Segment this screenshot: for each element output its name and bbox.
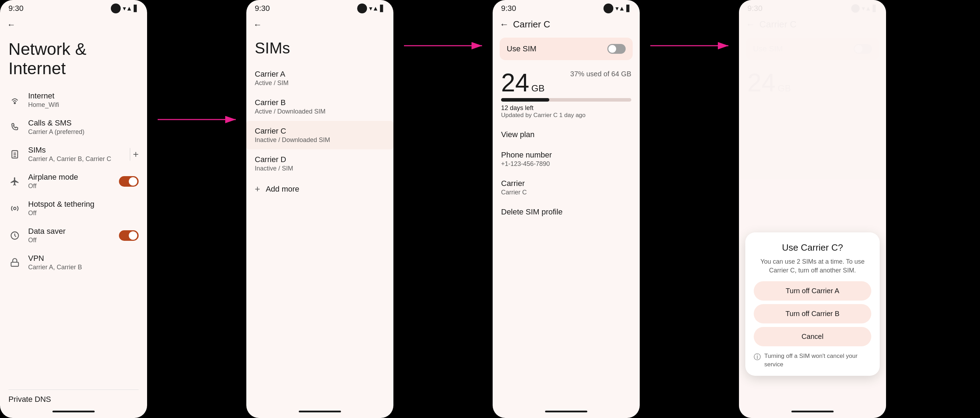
sims-text: SIMs Carrier A, Carrier B, Carrier C	[28, 146, 123, 163]
back-button-2[interactable]: ←	[246, 16, 393, 34]
info-icon: ⓘ	[754, 352, 761, 362]
airplane-label: Airplane mode	[28, 173, 112, 182]
use-sim-toggle[interactable]	[607, 44, 626, 54]
status-icons-2: ▾▲ ▋	[357, 3, 385, 13]
carrier-c-name: Carrier C	[255, 127, 385, 136]
airplane-text: Airplane mode Off	[28, 173, 112, 190]
airplane-toggle[interactable]	[119, 176, 138, 187]
sims-right: +	[130, 148, 138, 161]
status-icons-1: ▾▲ ▋	[111, 3, 138, 13]
back-button-1[interactable]: ←	[0, 16, 147, 34]
camera-icon-2	[357, 3, 367, 13]
status-time-2: 9:30	[255, 4, 270, 13]
menu-item-airplane[interactable]: Airplane mode Off	[0, 168, 147, 195]
separator-3	[640, 0, 739, 418]
wifi-icon	[8, 94, 21, 106]
panel-carrier-c: 9:30 ▾▲ ▋ ← Carrier C Use SIM 24 GB 37% …	[493, 0, 640, 418]
data-days: 12 days left	[501, 104, 631, 112]
camera-icon-3	[603, 3, 613, 13]
page-title-3: Carrier C	[513, 19, 550, 30]
private-dns-label[interactable]: Private DNS	[8, 395, 138, 404]
sim-item-carrier-a[interactable]: Carrier A Active / SIM	[246, 64, 393, 92]
sim-item-carrier-d[interactable]: Carrier D Inactive / SIM	[246, 149, 393, 178]
carrier-d-status: Inactive / SIM	[255, 165, 385, 172]
status-bar-1: 9:30 ▾▲ ▋	[0, 0, 147, 16]
internet-text: Internet Home_Wifi	[28, 92, 138, 109]
data-saver-label: Data saver	[28, 227, 112, 236]
status-bar-2: 9:30 ▾▲ ▋	[246, 0, 393, 16]
page-title-1: Network & Internet	[0, 34, 147, 87]
vpn-text: VPN Carrier A, Carrier B	[28, 254, 138, 271]
data-saver-sub: Off	[28, 237, 112, 244]
panel-dialog: 9:30 ▾▲ ▋ ← Carrier C Use SIM 24 GB	[739, 0, 886, 418]
delete-sim-item[interactable]: Delete SIM profile	[493, 202, 640, 222]
data-saver-icon	[8, 229, 21, 242]
status-icons-3: ▾▲ ▋	[603, 3, 631, 13]
phone-number-value: +1-123-456-7890	[501, 160, 631, 168]
data-number: 24	[501, 70, 529, 95]
phone-icon	[8, 121, 21, 134]
data-percent: 37% used of 64 GB	[570, 70, 631, 78]
add-more-button[interactable]: + Add more	[246, 178, 393, 200]
phone-number-label: Phone number	[501, 150, 631, 160]
carrier-b-name: Carrier B	[255, 98, 385, 107]
separator-1	[147, 0, 246, 418]
menu-item-data-saver[interactable]: Data saver Off	[0, 222, 147, 249]
use-carrier-dialog: Use Carrier C? You can use 2 SIMs at a t…	[745, 233, 880, 376]
svg-point-2	[14, 207, 16, 209]
panel-sims: 9:30 ▾▲ ▋ ← SIMs Carrier A Active / SIM …	[246, 0, 393, 418]
view-plan-label: View plan	[501, 130, 631, 139]
data-section: 24 GB 37% used of 64 GB 12 days left Upd…	[493, 64, 640, 125]
signal-icons-1: ▾▲ ▋	[123, 5, 138, 12]
home-indicator-2	[299, 411, 341, 412]
status-time-1: 9:30	[8, 4, 24, 13]
sims-sub: Carrier A, Carrier B, Carrier C	[28, 155, 123, 163]
add-more-label: Add more	[266, 185, 299, 194]
status-time-3: 9:30	[501, 4, 516, 13]
airplane-icon	[8, 175, 21, 188]
menu-item-hotspot[interactable]: Hotspot & tethering Off	[0, 195, 147, 222]
cell-signal-icon-2: ▋	[380, 5, 385, 12]
add-sim-button[interactable]: +	[133, 149, 138, 160]
page-title-2: SIMs	[246, 34, 393, 64]
data-usage: 24 GB	[501, 70, 545, 95]
home-indicator-1	[52, 411, 95, 412]
signal-icons-3: ▾▲ ▋	[616, 5, 631, 12]
dialog-notice-text: Turning off a SIM won't cancel your serv…	[764, 352, 871, 369]
menu-item-sims[interactable]: SIMs Carrier A, Carrier B, Carrier C +	[0, 141, 147, 168]
back-arrow-icon-2: ←	[253, 20, 262, 30]
home-indicator-4	[791, 411, 834, 412]
cancel-button[interactable]: Cancel	[754, 327, 871, 346]
home-indicator-3	[545, 411, 587, 412]
carrier-c-status: Inactive / Downloaded SIM	[255, 136, 385, 144]
calls-sms-sub: Carrier A (preferred)	[28, 128, 138, 136]
data-updated: Updated by Carrier C 1 day ago	[501, 112, 631, 119]
hotspot-text: Hotspot & tethering Off	[28, 200, 138, 217]
phone-number-item[interactable]: Phone number +1-123-456-7890	[493, 145, 640, 173]
menu-item-internet[interactable]: Internet Home_Wifi	[0, 87, 147, 114]
add-more-plus-icon: +	[255, 184, 260, 195]
carrier-a-status: Active / SIM	[255, 79, 385, 87]
sims-label: SIMs	[28, 146, 123, 155]
menu-item-calls-sms[interactable]: Calls & SMS Carrier A (preferred)	[0, 114, 147, 141]
sim-item-carrier-b[interactable]: Carrier B Active / Downloaded SIM	[246, 92, 393, 121]
view-plan-item[interactable]: View plan	[493, 125, 640, 145]
turn-off-carrier-a-button[interactable]: Turn off Carrier A	[754, 281, 871, 301]
internet-sub: Home_Wifi	[28, 101, 138, 109]
vpn-icon	[8, 256, 21, 269]
internet-label: Internet	[28, 92, 138, 101]
hotspot-sub: Off	[28, 209, 138, 217]
use-sim-label: Use SIM	[507, 44, 536, 54]
sim-item-carrier-c[interactable]: Carrier C Inactive / Downloaded SIM	[246, 121, 393, 149]
status-bar-3: 9:30 ▾▲ ▋	[493, 0, 640, 16]
divider	[130, 148, 130, 161]
calls-sms-label: Calls & SMS	[28, 119, 138, 128]
carrier-a-name: Carrier A	[255, 70, 385, 79]
turn-off-carrier-b-button[interactable]: Turn off Carrier B	[754, 304, 871, 323]
data-saver-toggle[interactable]	[119, 230, 138, 241]
carrier-item[interactable]: Carrier Carrier C	[493, 173, 640, 202]
back-arrow-icon-3[interactable]: ←	[500, 19, 509, 30]
menu-item-vpn[interactable]: VPN Carrier A, Carrier B	[0, 249, 147, 276]
signal-icons-2: ▾▲ ▋	[369, 5, 385, 12]
airplane-sub: Off	[28, 182, 112, 190]
